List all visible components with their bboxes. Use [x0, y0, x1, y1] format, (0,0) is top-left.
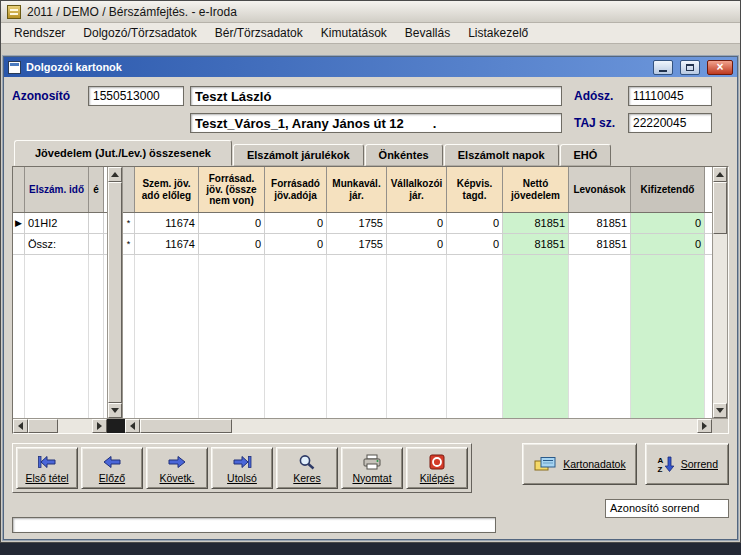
value-cell[interactable]: 0	[447, 213, 503, 233]
app-icon	[7, 5, 21, 19]
scroll-left-icon[interactable]	[13, 419, 28, 433]
value-cell-netto[interactable]: 81851	[503, 234, 569, 254]
fixed-pane-scrollbar[interactable]	[107, 167, 123, 418]
tab-eho[interactable]: EHÓ	[560, 144, 612, 166]
exit-button[interactable]: Kilépés	[406, 447, 468, 489]
value-cell[interactable]: 0	[265, 234, 327, 254]
fixed-horizontal-scrollbar[interactable]	[13, 419, 107, 433]
column-header-elszam-ido: Elszám. idő	[25, 167, 89, 212]
tab-elszamolt-napok[interactable]: Elszámolt napok	[444, 144, 559, 166]
table-row[interactable]: * 11674 0 0 1755 0 0 81851 81851 0	[123, 213, 712, 234]
last-record-button[interactable]: Utolsó	[211, 447, 273, 489]
grid-empty-area	[123, 255, 712, 418]
scroll-up-icon[interactable]	[108, 167, 122, 182]
scroll-left-icon[interactable]	[125, 419, 140, 433]
taj-label: TAJ sz.	[574, 116, 628, 130]
value-cell-kifizetendo[interactable]: 0	[631, 213, 705, 233]
sort-order-field[interactable]: Azonosító sorrend	[605, 499, 729, 518]
menu-rendszer[interactable]: Rendszer	[5, 24, 74, 42]
field-row-2: TAJ sz.	[12, 112, 729, 134]
dialog-titlebar[interactable]: Dolgozói kartonok ×	[4, 57, 737, 77]
scroll-up-icon[interactable]	[713, 167, 727, 182]
print-button[interactable]: Nyomtat	[341, 447, 403, 489]
flag-cell[interactable]	[89, 234, 104, 254]
value-cell-levonasok[interactable]: 81851	[569, 213, 631, 233]
value-cell[interactable]: 0	[265, 213, 327, 233]
screen: 2011 / DEMO / Bérszámfejtés. - e-Iroda R…	[0, 0, 741, 555]
scrollbar-thumb[interactable]	[108, 182, 122, 403]
dialog-title: Dolgozói kartonok	[26, 61, 646, 73]
name-field[interactable]	[190, 86, 562, 106]
tax-number-field[interactable]	[628, 86, 712, 106]
value-cell[interactable]: 11674	[135, 213, 199, 233]
tab-elszamolt-jarulekok[interactable]: Elszámolt járulékok	[233, 144, 364, 166]
value-cell[interactable]: 11674	[135, 234, 199, 254]
previous-record-button[interactable]: Előző	[81, 447, 143, 489]
menu-kimutatasok[interactable]: Kimutatások	[312, 24, 396, 42]
menu-dolgozo-torzsadatok[interactable]: Dolgozó/Törzsadatok	[74, 24, 205, 42]
next-record-button[interactable]: Követk.	[146, 447, 208, 489]
menu-ber-torzsadatok[interactable]: Bér/Törzsadatok	[206, 24, 312, 42]
minimize-button[interactable]	[653, 60, 673, 75]
row-marker	[13, 234, 25, 254]
menu-listakezelo[interactable]: Listakezelő	[459, 24, 537, 42]
scrollbar-thumb[interactable]	[28, 419, 58, 433]
search-button[interactable]: Keres	[276, 447, 338, 489]
column-header-vallalkozoi-jar: Vállalkozói jár.	[387, 167, 447, 212]
scrollbar-splitter	[107, 419, 125, 433]
sort-az-icon: A Z	[656, 455, 675, 473]
sorrend-button[interactable]: A Z Sorrend	[645, 443, 729, 485]
value-cell-levonasok[interactable]: 81851	[569, 234, 631, 254]
column-header-kepvis-tagd: Képvis. tagd.	[447, 167, 503, 212]
menubar: Rendszer Dolgozó/Törzsadatok Bér/Törzsad…	[1, 23, 740, 44]
value-cell[interactable]: 1755	[327, 234, 387, 254]
kartonadatok-button[interactable]: Kartonadatok	[522, 443, 636, 485]
value-cell[interactable]: 1755	[327, 213, 387, 233]
scroll-down-icon[interactable]	[108, 403, 122, 418]
value-cell[interactable]: 0	[447, 234, 503, 254]
close-button[interactable]: ×	[707, 60, 733, 75]
taj-field[interactable]	[628, 113, 712, 133]
scrollbar-thumb[interactable]	[713, 182, 727, 234]
footer: Azonosító sorrend	[12, 499, 729, 535]
grid-scroll-pane: Szem. jöv. adó előleg Forrásad. jöv. (ös…	[123, 167, 712, 418]
value-cell[interactable]: 0	[387, 213, 447, 233]
value-cell-kifizetendo[interactable]: 0	[631, 234, 705, 254]
flag-cell[interactable]	[89, 213, 104, 233]
address-field[interactable]	[190, 113, 562, 133]
vertical-scrollbar[interactable]	[712, 167, 728, 418]
scroll-right-icon[interactable]	[92, 419, 107, 433]
scrollbar-thumb[interactable]	[140, 419, 232, 433]
dialog-icon	[8, 61, 21, 74]
first-record-button[interactable]: Első tétel	[16, 447, 78, 489]
row-flag: *	[123, 234, 135, 254]
search-icon	[298, 453, 316, 471]
column-header-netto-jovedelem: Nettó jövedelem	[503, 167, 569, 212]
printer-icon	[362, 453, 382, 471]
value-cell-netto[interactable]: 81851	[503, 213, 569, 233]
tab-onkentes[interactable]: Önkéntes	[365, 144, 443, 166]
value-cell[interactable]: 0	[387, 234, 447, 254]
menu-bevallas[interactable]: Bevallás	[396, 24, 459, 42]
table-row-total[interactable]: Össz:	[13, 234, 107, 255]
id-field[interactable]	[88, 86, 184, 106]
value-cell[interactable]: 0	[199, 234, 265, 254]
tax-number-label: Adósz.	[574, 89, 628, 103]
horizontal-scrollbar[interactable]	[125, 419, 712, 433]
column-header-forrasad-jov: Forrásad. jöv. (össze nem von)	[199, 167, 265, 212]
footer-search-input[interactable]	[12, 517, 496, 533]
period-cell[interactable]: Össz:	[25, 234, 89, 254]
table-row-total[interactable]: * 11674 0 0 1755 0 0 81851 81851 0	[123, 234, 712, 255]
value-cell[interactable]: 0	[199, 213, 265, 233]
id-label: Azonosító	[12, 89, 88, 103]
period-cell[interactable]: 01HI2	[25, 213, 89, 233]
tab-jovedelem-osszesenek[interactable]: Jövedelem (Jut./Lev.) összesenek	[14, 140, 232, 166]
column-header-forrasado-adoja: Forrásadó jöv.adója	[265, 167, 327, 212]
minimize-icon	[659, 70, 667, 72]
scroll-down-icon[interactable]	[713, 403, 727, 418]
scroll-right-icon[interactable]	[697, 419, 712, 433]
app-window: 2011 / DEMO / Bérszámfejtés. - e-Iroda R…	[0, 0, 741, 543]
table-row[interactable]: ▶ 01HI2	[13, 213, 107, 234]
maximize-button[interactable]	[680, 60, 700, 75]
grid-fixed-pane: Elszám. idő é ▶ 01HI2	[13, 167, 107, 418]
